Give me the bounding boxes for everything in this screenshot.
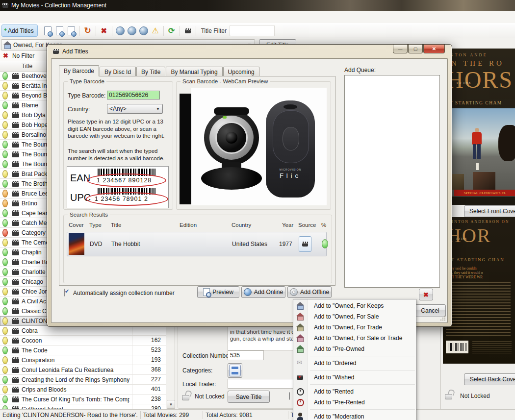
context-menu-item[interactable]: Add to "Rented xyxy=(293,386,416,397)
context-menu-item[interactable]: Add to "Owned, For Sale or Trade xyxy=(293,333,416,344)
add-online-button[interactable]: Add Online xyxy=(241,286,285,298)
select-front-cover-button[interactable]: Select Front Cover xyxy=(464,205,515,217)
dialog-tab[interactable]: By Title xyxy=(136,67,165,76)
menu-item-label: Add to "Rented xyxy=(314,388,354,395)
menu-item-label: Add to "Owned, For Sale xyxy=(314,313,379,320)
report-title-icon[interactable] xyxy=(66,25,77,37)
tab-label: Upcoming xyxy=(228,69,255,75)
movie-list-row[interactable]: Conul Leonida Fata Cu Reactiunea 368 xyxy=(0,365,166,375)
movie-list-row[interactable]: Conspiration 193 xyxy=(0,355,166,365)
context-menu-item[interactable]: Add to "Pre-Rented xyxy=(293,397,416,408)
movie-list-row[interactable]: Cocoon 162 xyxy=(0,336,166,346)
minimize-button[interactable]: — xyxy=(393,45,408,53)
col-edition: Edition xyxy=(180,222,197,228)
toolbar-separator xyxy=(180,26,180,36)
house-icon xyxy=(3,41,11,49)
dialog-title-bar[interactable]: Add Titles — ▢ ✕ xyxy=(47,45,452,58)
barcode-example-image: EAN 1 234567 890128 UPC 1 23456 78901 2 xyxy=(67,166,169,208)
movie-number: 523 xyxy=(132,346,163,355)
export-title-icon[interactable] xyxy=(42,25,54,37)
movie-list-row[interactable]: Cutthroat Island 280 xyxy=(0,404,166,409)
categories-button[interactable] xyxy=(228,363,242,378)
disc-tool-icon[interactable] xyxy=(114,25,126,37)
refresh-icon[interactable]: ↻ xyxy=(82,25,94,37)
movie-title: The Curse Of King Tut's Tomb: The Comple… xyxy=(22,396,129,403)
select-back-cover-button[interactable]: Select Back Cover xyxy=(464,373,515,385)
menu-item[interactable] xyxy=(10,15,20,19)
context-menu-item[interactable]: Add to "Owned, For Sale xyxy=(293,311,416,322)
context-menu-item[interactable]: Add to "Moderation xyxy=(293,411,416,420)
movie-clapper-icon xyxy=(12,298,19,304)
menu-item-icon xyxy=(296,388,304,395)
save-title-button[interactable]: Save Title xyxy=(228,391,270,403)
context-menu-item[interactable]: Add to "Ordered xyxy=(293,358,416,369)
import-title-icon[interactable] xyxy=(54,25,66,37)
type-barcode-legend: Type Barcode xyxy=(68,78,106,84)
dialog-tab[interactable]: By Manual Typing xyxy=(166,67,222,76)
add-queue-listbox[interactable] xyxy=(344,75,440,288)
menu-separator xyxy=(310,384,415,385)
search-result-row[interactable]: DVD The Hobbit United States 1977 xyxy=(67,232,327,256)
menu-item[interactable] xyxy=(39,15,49,19)
flic-button xyxy=(283,127,299,150)
cover-thumbnail xyxy=(473,172,495,191)
edit-clapper-icon[interactable] xyxy=(182,25,194,37)
movie-number: 162 xyxy=(132,336,163,345)
dialog-tab[interactable]: By Barcode xyxy=(59,65,99,76)
auto-assign-checkbox[interactable] xyxy=(64,289,65,296)
warning-icon[interactable]: ⚠ xyxy=(150,25,161,37)
context-menu-item[interactable]: Add to "Owned, For Keeps xyxy=(293,300,416,311)
country-select[interactable]: <Any> ▼ xyxy=(107,104,163,114)
resize-grip[interactable] xyxy=(440,315,446,321)
add-titles-button[interactable]: + Add Titles xyxy=(1,25,38,37)
results-header[interactable]: Cover Type Title Edition Country Year So… xyxy=(64,222,329,230)
preview-button[interactable]: Preview xyxy=(197,286,239,298)
title-filter-label: Title Filter xyxy=(201,27,227,34)
scroll-down-icon[interactable]: ▼ xyxy=(167,400,175,409)
status-oval-icon xyxy=(2,121,8,129)
title-filter-input[interactable] xyxy=(230,25,275,36)
sync-icon[interactable]: ⟳ xyxy=(166,25,178,37)
delete-title-icon[interactable]: ✖ xyxy=(98,25,110,37)
queue-delete-button[interactable]: ✖ xyxy=(419,289,433,300)
disc-database-icon[interactable] xyxy=(138,25,150,37)
movie-list-row[interactable]: The Curse Of King Tut's Tomb: The Comple… xyxy=(0,395,166,404)
menu-item[interactable] xyxy=(29,15,39,19)
flic-brand: MICROVISION xyxy=(266,168,315,171)
disc-user-icon[interactable] xyxy=(126,25,138,37)
context-menu-item[interactable]: Add to "Owned, For Trade xyxy=(293,322,416,333)
movie-clapper-icon xyxy=(12,93,19,99)
movie-list-row[interactable]: Crips and Bloods 401 xyxy=(0,385,166,395)
back-cover-text: CLINTON ANDERSON ON xyxy=(445,220,510,224)
dialog-tab[interactable]: By Disc Id xyxy=(100,67,136,76)
dialog-title: Add Titles xyxy=(62,48,88,55)
context-menu-item[interactable]: Add to "Pre-Owned xyxy=(293,344,416,354)
no-filter-label: No Filter xyxy=(12,52,34,59)
app-title-bar: My Movies - Collection Management xyxy=(0,0,515,11)
by-barcode-panel: Type Barcode Type Barcode: 012569056626 … xyxy=(59,76,335,286)
collection-number-input[interactable]: 535 xyxy=(228,350,264,360)
toolbar-separator xyxy=(112,26,112,36)
dialog-tabs: By Barcode By Disc Id By Title By Manual… xyxy=(59,66,260,76)
movie-list-row[interactable]: Cobra xyxy=(0,326,166,336)
movie-clapper-icon xyxy=(12,191,19,197)
menu-item[interactable] xyxy=(0,15,10,19)
menu-item-icon xyxy=(296,334,304,342)
context-menu-item[interactable]: Add to "Wished xyxy=(293,372,416,383)
back-cover-text: hen, they said it would n xyxy=(447,271,483,275)
maximize-button[interactable]: ▢ xyxy=(408,45,423,53)
menu-item[interactable] xyxy=(20,15,29,19)
movie-list-row[interactable]: The Code 523 xyxy=(0,346,166,355)
add-offline-button[interactable]: Add Offline xyxy=(287,286,332,298)
movie-clapper-icon xyxy=(12,279,19,285)
status-oval-icon xyxy=(2,92,8,99)
barcode-input[interactable]: 012569056626 xyxy=(107,91,160,99)
dialog-tab[interactable]: Upcoming xyxy=(223,67,259,76)
form-checkbox[interactable] xyxy=(289,392,290,400)
movie-number: 280 xyxy=(132,404,163,409)
menu-item[interactable] xyxy=(49,15,59,19)
movie-list-row[interactable]: Creating the Lord of the Rings Symphony:… xyxy=(0,375,166,385)
close-button[interactable]: ✕ xyxy=(423,45,445,53)
movie-number xyxy=(132,326,163,335)
result-cover-thumb xyxy=(69,233,84,255)
